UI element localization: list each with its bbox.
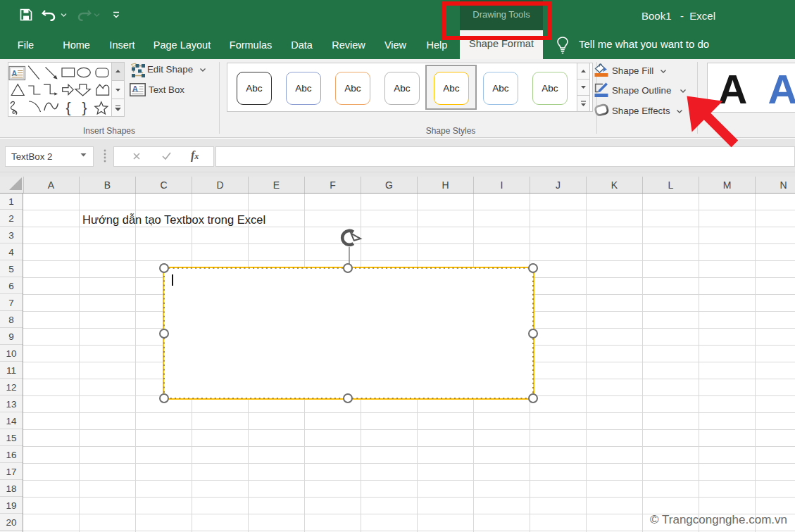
svg-text:{: { xyxy=(66,99,71,115)
svg-text:}: } xyxy=(82,99,87,115)
svg-text:A: A xyxy=(12,69,18,77)
svg-text:A: A xyxy=(132,84,139,94)
